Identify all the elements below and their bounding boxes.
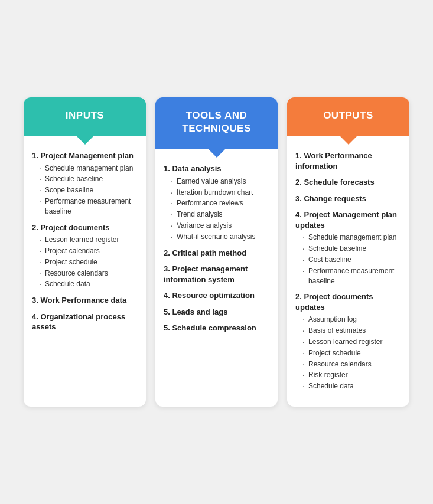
outputs-sub-item-4-3: Project schedule bbox=[301, 348, 401, 358]
outputs-section-3: 4. Project Management plan updatesSchedu… bbox=[295, 210, 401, 286]
outputs-main-item-4: 2. Project documents updates bbox=[295, 292, 401, 312]
main-container: INPUTS1. Project Management planSchedule… bbox=[12, 86, 421, 418]
column-outputs: OUTPUTS1. Work Performance information2.… bbox=[287, 97, 409, 407]
tools-section-3: 4. Resource optimization bbox=[164, 290, 269, 301]
tools-sub-list-0: Earned value analysisIteration burndown … bbox=[170, 176, 269, 242]
inputs-sub-item-1-0: Lesson learned register bbox=[38, 235, 138, 245]
tools-section-5: 5. Schedule compression bbox=[164, 323, 269, 333]
inputs-sub-item-0-2: Scope baseline bbox=[38, 185, 138, 195]
outputs-main-item-2: 3. Change requests bbox=[295, 194, 401, 204]
outputs-main-item-0: 1. Work Performance information bbox=[295, 150, 401, 171]
tools-body: 1. Data analysisEarned value analysisIte… bbox=[155, 149, 278, 407]
tools-sub-item-0-4: Variance analysis bbox=[170, 221, 269, 231]
outputs-sub-list-4: Assumption logBasis of estimatesLesson l… bbox=[301, 315, 401, 391]
inputs-header: INPUTS bbox=[24, 97, 146, 136]
tools-sub-item-0-1: Iteration burndown chart bbox=[170, 188, 269, 198]
tools-header: TOOLS AND TECHNIQUES bbox=[155, 97, 278, 149]
inputs-sub-item-0-3: Performance measurement baseline bbox=[38, 197, 138, 217]
tools-main-item-0: 1. Data analysis bbox=[164, 163, 269, 174]
outputs-section-2: 3. Change requests bbox=[295, 194, 401, 204]
inputs-main-item-3: 4. Organizational process assets bbox=[32, 312, 138, 332]
inputs-section-0: 1. Project Management planSchedule manag… bbox=[32, 150, 138, 217]
outputs-section-4: 2. Project documents updatesAssumption l… bbox=[295, 292, 401, 391]
tools-main-item-3: 4. Resource optimization bbox=[164, 290, 269, 301]
inputs-sub-item-1-4: Schedule data bbox=[38, 279, 138, 289]
inputs-sub-list-1: Lesson learned registerProject calendars… bbox=[38, 235, 138, 289]
inputs-main-item-1: 2. Project documents bbox=[32, 222, 138, 233]
tools-main-item-1: 2. Critical path method bbox=[164, 248, 269, 258]
tools-main-item-5: 5. Schedule compression bbox=[164, 323, 269, 333]
outputs-header: OUTPUTS bbox=[287, 97, 409, 136]
inputs-section-3: 4. Organizational process assets bbox=[32, 312, 138, 332]
outputs-sub-item-4-1: Basis of estimates bbox=[301, 326, 401, 336]
inputs-main-item-0: 1. Project Management plan bbox=[32, 150, 138, 161]
column-tools: TOOLS AND TECHNIQUES1. Data analysisEarn… bbox=[155, 97, 278, 407]
tools-section-2: 3. Project management information system bbox=[164, 264, 269, 284]
tools-section-1: 2. Critical path method bbox=[164, 248, 269, 258]
inputs-body: 1. Project Management planSchedule manag… bbox=[24, 136, 146, 407]
outputs-section-1: 2. Schedule forecasts bbox=[295, 177, 401, 188]
outputs-sub-item-4-6: Schedule data bbox=[301, 381, 401, 391]
tools-sub-item-0-3: Trend analysis bbox=[170, 210, 269, 220]
tools-main-item-4: 5. Leads and lags bbox=[164, 307, 269, 318]
outputs-body: 1. Work Performance information2. Schedu… bbox=[287, 136, 409, 407]
tools-main-item-2: 3. Project management information system bbox=[164, 264, 269, 284]
outputs-sub-item-3-3: Performance measurement baseline bbox=[301, 266, 401, 286]
outputs-sub-item-3-1: Schedule baseline bbox=[301, 244, 401, 254]
inputs-main-item-2: 3. Work Performance data bbox=[32, 295, 138, 306]
outputs-sub-item-3-2: Cost baseline bbox=[301, 255, 401, 265]
tools-section-0: 1. Data analysisEarned value analysisIte… bbox=[164, 163, 269, 241]
inputs-sub-item-0-1: Schedule baseline bbox=[38, 174, 138, 184]
inputs-sub-item-1-3: Resource calendars bbox=[38, 269, 138, 279]
outputs-sub-item-4-5: Risk register bbox=[301, 370, 401, 380]
inputs-sub-list-0: Schedule management planSchedule baselin… bbox=[38, 163, 138, 217]
inputs-section-1: 2. Project documentsLesson learned regis… bbox=[32, 222, 138, 290]
inputs-sub-item-0-0: Schedule management plan bbox=[38, 163, 138, 174]
column-inputs: INPUTS1. Project Management planSchedule… bbox=[24, 97, 146, 407]
outputs-sub-item-3-0: Schedule management plan bbox=[301, 233, 401, 243]
tools-section-4: 5. Leads and lags bbox=[164, 307, 269, 318]
tools-sub-item-0-2: Performance reviews bbox=[170, 198, 269, 208]
outputs-main-item-1: 2. Schedule forecasts bbox=[295, 177, 401, 188]
tools-sub-item-0-0: Earned value analysis bbox=[170, 176, 269, 186]
outputs-main-item-3: 4. Project Management plan updates bbox=[295, 210, 401, 230]
outputs-section-0: 1. Work Performance information bbox=[295, 150, 401, 171]
inputs-sub-item-1-2: Project schedule bbox=[38, 257, 138, 267]
inputs-section-2: 3. Work Performance data bbox=[32, 295, 138, 306]
inputs-sub-item-1-1: Project calendars bbox=[38, 246, 138, 256]
outputs-sub-item-4-4: Resource calendars bbox=[301, 359, 401, 369]
tools-sub-item-0-5: What-if scenario analysis bbox=[170, 232, 269, 242]
outputs-sub-item-4-0: Assumption log bbox=[301, 315, 401, 325]
outputs-sub-item-4-2: Lesson learned register bbox=[301, 337, 401, 347]
outputs-sub-list-3: Schedule management planSchedule baselin… bbox=[301, 233, 401, 286]
